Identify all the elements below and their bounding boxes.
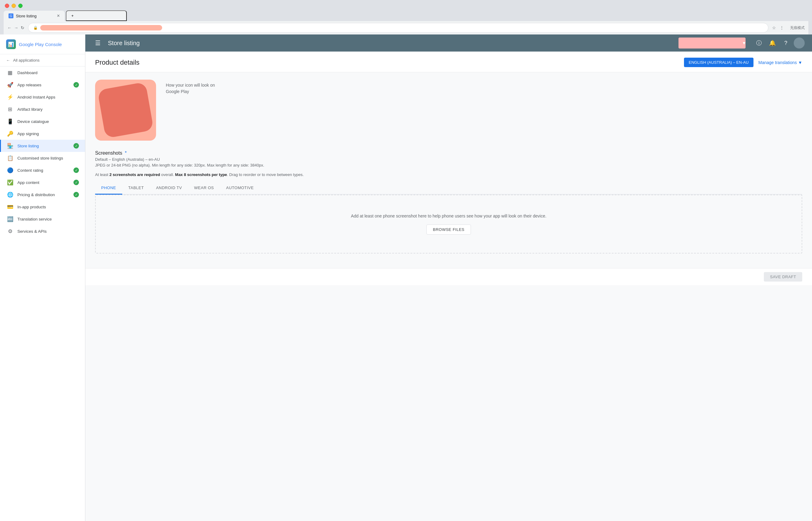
product-details-title: Product details bbox=[95, 59, 140, 67]
notifications-button[interactable]: 🔔 bbox=[767, 38, 778, 48]
dropdown-chevron: ▼ bbox=[742, 41, 746, 45]
screenshots-bold2: Max 8 screenshots per type bbox=[175, 172, 227, 177]
screenshot-upload-area[interactable]: Add at least one phone screenshot here t… bbox=[95, 195, 802, 253]
sidebar-icon-store-listing: 🏪 bbox=[7, 143, 13, 149]
sidebar-title: Google Play Console bbox=[19, 42, 62, 47]
sidebar-item-android-instant[interactable]: ⚡Android Instant Apps bbox=[0, 91, 85, 103]
back-arrow-icon: ← bbox=[6, 58, 10, 63]
all-applications-label: All applications bbox=[13, 58, 40, 63]
forward-button[interactable]: → bbox=[14, 25, 18, 30]
sidebar-label-device-catalogue: Device catalogue bbox=[17, 119, 49, 124]
sidebar-icon-android-instant: ⚡ bbox=[7, 94, 13, 100]
browser-tab[interactable]: G Store listing × bbox=[4, 11, 65, 21]
sidebar-item-store-listing[interactable]: 🏪Store listing✓ bbox=[0, 140, 85, 152]
sidebar-icon-app-signing: 🔑 bbox=[7, 131, 13, 137]
device-tab-phone[interactable]: PHONE bbox=[95, 182, 122, 195]
sidebar-label-customised-store: Customised store listings bbox=[17, 156, 63, 160]
sidebar-item-app-releases[interactable]: 🚀App releases✓ bbox=[0, 79, 85, 91]
sidebar-item-content-rating[interactable]: 🔵Content rating✓ bbox=[0, 164, 85, 176]
sidebar-label-artifact-library: Artifact library bbox=[17, 107, 43, 112]
sidebar-item-services-apis[interactable]: ⚙Services & APIs bbox=[0, 225, 85, 237]
browse-files-button[interactable]: BROWSE FILES bbox=[426, 225, 471, 234]
required-marker: * bbox=[125, 151, 126, 156]
device-tabs: PHONETABLETANDROID TVWEAR OSAUTOMOTIVE bbox=[95, 182, 802, 195]
screenshots-subtitle: Default – English (Australia) – en-AU bbox=[95, 157, 802, 162]
device-tab-wear-os[interactable]: WEAR OS bbox=[188, 182, 220, 195]
device-tab-android-tv[interactable]: ANDROID TV bbox=[150, 182, 188, 195]
sidebar-check-pricing: ✓ bbox=[73, 192, 79, 197]
maximize-traffic-light[interactable] bbox=[18, 4, 23, 8]
sidebar-check-store-listing: ✓ bbox=[73, 143, 79, 149]
sidebar-item-pricing[interactable]: 🌐Pricing & distribution✓ bbox=[0, 188, 85, 201]
sidebar-item-translation[interactable]: 🔤Translation service bbox=[0, 213, 85, 225]
product-details-header: Product details ENGLISH (AUSTRALIA) – EN… bbox=[85, 51, 812, 72]
tab-close-button[interactable]: × bbox=[57, 13, 60, 19]
manage-translations-button[interactable]: Manage translations ▼ bbox=[758, 60, 802, 65]
icon-preview-section: How your icon will look on Google Play bbox=[95, 80, 802, 141]
sidebar-label-pricing: Pricing & distribution bbox=[17, 192, 55, 197]
sidebar-label-app-releases: App releases bbox=[17, 83, 42, 87]
new-tab-button[interactable]: + bbox=[66, 10, 127, 21]
sidebar-item-app-content[interactable]: ✅App content✓ bbox=[0, 176, 85, 188]
device-tab-automotive[interactable]: AUTOMOTIVE bbox=[220, 182, 260, 195]
sidebar-item-customised-store[interactable]: 📋Customised store listings bbox=[0, 152, 85, 164]
close-traffic-light[interactable] bbox=[5, 4, 9, 8]
sidebar-icon-services-apis: ⚙ bbox=[7, 228, 13, 234]
screenshot-upload-text: Add at least one phone screenshot here t… bbox=[105, 213, 792, 219]
user-avatar[interactable] bbox=[794, 38, 805, 48]
bookmark-icon[interactable]: ☆ bbox=[772, 25, 776, 30]
sidebar-item-artifact-library[interactable]: ⊞Artifact library bbox=[0, 103, 85, 115]
chrome-menu-icon[interactable]: ⋮ bbox=[780, 25, 784, 30]
sidebar-icon-app-releases: 🚀 bbox=[7, 82, 13, 88]
sidebar-item-device-catalogue[interactable]: 📱Device catalogue bbox=[0, 115, 85, 128]
back-button[interactable]: ← bbox=[7, 25, 11, 30]
screenshots-hint2: At least 2 screenshots are required over… bbox=[95, 172, 802, 177]
app-icon-upload[interactable] bbox=[95, 80, 156, 141]
sidebar-label-inapp-products: In-app products bbox=[17, 205, 46, 209]
dropdown-icon: ▼ bbox=[798, 60, 802, 65]
info-icon: ⓘ bbox=[756, 39, 762, 47]
hamburger-button[interactable]: ☰ bbox=[93, 37, 103, 49]
all-applications-link[interactable]: ← All applications bbox=[0, 54, 85, 67]
language-button[interactable]: ENGLISH (AUSTRALIA) – EN-AU bbox=[684, 58, 754, 67]
sidebar-label-app-content: App content bbox=[17, 180, 39, 185]
bottom-bar: SAVE DRAFT bbox=[85, 268, 812, 285]
screenshots-section: Screenshots * Default – English (Austral… bbox=[95, 151, 802, 253]
sidebar-icon-inapp-products: 💳 bbox=[7, 204, 13, 210]
sidebar-icon-content-rating: 🔵 bbox=[7, 167, 13, 173]
sidebar-check-app-releases: ✓ bbox=[73, 82, 79, 88]
icon-preview-info: How your icon will look on Google Play bbox=[166, 80, 215, 95]
info-button[interactable]: ⓘ bbox=[754, 38, 764, 48]
help-button[interactable]: ? bbox=[780, 38, 791, 48]
sidebar-icon-dashboard: ▦ bbox=[7, 70, 13, 76]
browser-nav-buttons: ← → ↻ bbox=[7, 25, 24, 30]
save-draft-button[interactable]: SAVE DRAFT bbox=[764, 272, 802, 281]
sidebar-label-android-instant: Android Instant Apps bbox=[17, 95, 55, 99]
minimize-traffic-light[interactable] bbox=[11, 4, 16, 8]
sidebar-icon-customised-store: 📋 bbox=[7, 155, 13, 161]
device-tab-tablet[interactable]: TABLET bbox=[122, 182, 150, 195]
sidebar-item-dashboard[interactable]: ▦Dashboard bbox=[0, 67, 85, 79]
icon-preview-text-line1: How your icon will look on bbox=[166, 82, 215, 88]
language-label: ENGLISH (AUSTRALIA) – EN-AU bbox=[689, 60, 749, 65]
sidebar-item-app-signing[interactable]: 🔑App signing bbox=[0, 128, 85, 140]
sidebar-label-services-apis: Services & APIs bbox=[17, 229, 47, 234]
app-logo: 📊 bbox=[6, 39, 16, 49]
sidebar-icon-app-content: ✅ bbox=[7, 179, 13, 185]
sidebar-icon-device-catalogue: 📱 bbox=[7, 118, 13, 124]
sidebar-check-app-content: ✓ bbox=[73, 180, 79, 185]
sidebar-item-inapp-products[interactable]: 💳In-app products bbox=[0, 201, 85, 213]
main-header: ☰ Store listing ▼ ⓘ 🔔 ? bbox=[85, 35, 812, 51]
screenshots-bold1: 2 screenshots are required bbox=[110, 172, 160, 177]
screenshots-label: Screenshots * bbox=[95, 151, 802, 156]
tab-favicon: G bbox=[8, 14, 14, 18]
main-content: Product details ENGLISH (AUSTRALIA) – EN… bbox=[85, 51, 812, 521]
sidebar-nav: ▦Dashboard🚀App releases✓⚡Android Instant… bbox=[0, 67, 85, 237]
sidebar-header: 📊 Google Play Console bbox=[0, 35, 85, 54]
refresh-button[interactable]: ↻ bbox=[21, 25, 24, 30]
lock-icon: 🔒 bbox=[33, 26, 38, 30]
address-bar[interactable]: 🔒 bbox=[28, 23, 768, 32]
url-redacted bbox=[40, 25, 162, 30]
sidebar-icon-pricing: 🌐 bbox=[7, 191, 13, 198]
sidebar-icon-artifact-library: ⊞ bbox=[7, 106, 13, 112]
